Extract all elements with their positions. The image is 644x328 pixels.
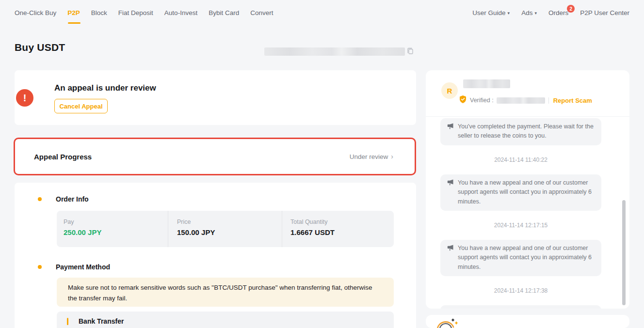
price-value: 150.00 JPY xyxy=(177,228,282,236)
price-label: Price xyxy=(177,219,282,225)
appeal-banner-card: An appeal is under review Cancel Appeal xyxy=(15,70,416,125)
verified-row: Verified : Report Scam xyxy=(459,95,592,106)
payment-method-section-title: Payment Method xyxy=(56,263,110,271)
page-title: Buy USDT xyxy=(15,42,65,53)
payment-warning-panel: Make sure not to remark sensitive words … xyxy=(57,278,394,307)
order-info-total-quantity: Total Quantity 1.6667 USDT xyxy=(282,211,394,247)
chat-scrollbar[interactable] xyxy=(622,200,626,305)
bank-transfer-label: Bank Transfer xyxy=(79,317,124,325)
verified-shield-icon xyxy=(459,95,467,106)
system-message-bubble: You've completed the payment. Please wai… xyxy=(440,118,601,145)
system-message-bubble: You have a new appeal and one of our cus… xyxy=(440,174,601,211)
order-details-card: Order Info Pay 250.00 JPY Price 150.00 J… xyxy=(15,183,416,328)
system-message-bubble: You have a new appeal and one of our cus… xyxy=(440,240,601,276)
nav-item-one-click-buy[interactable]: One-Click Buy xyxy=(15,9,56,16)
user-guide-label: User Guide xyxy=(472,9,505,16)
pay-label: Pay xyxy=(64,219,168,225)
order-info-pay: Pay 250.00 JPY xyxy=(57,211,168,247)
nav-item-p2p[interactable]: P2P xyxy=(67,9,80,16)
caret-down-icon: ▾ xyxy=(534,11,537,16)
alert-exclamation-icon: ! xyxy=(16,89,33,107)
nav-item-fiat-deposit[interactable]: Fiat Deposit xyxy=(118,9,153,16)
chevron-right-icon: › xyxy=(391,153,393,160)
support-card xyxy=(426,315,629,328)
nav-item-p2p-user-center[interactable]: P2P User Center xyxy=(580,9,629,16)
nav-item-auto-invest[interactable]: Auto-Invest xyxy=(164,9,197,16)
orders-count-badge: 2 xyxy=(567,5,575,13)
system-message-bubble: Failed negotiation, customer support inv… xyxy=(440,305,601,309)
nav-item-block[interactable]: Block xyxy=(91,9,107,16)
nav-item-ads[interactable]: Ads▾ xyxy=(521,9,537,16)
appeal-progress-row[interactable]: Appeal Progress Under review› xyxy=(14,138,416,175)
megaphone-icon xyxy=(447,244,454,272)
orders-label: Orders xyxy=(548,9,568,16)
order-info-panel: Pay 250.00 JPY Price 150.00 JPY Total Qu… xyxy=(57,211,394,247)
megaphone-icon xyxy=(447,122,454,141)
message-text: You've completed the payment. Please wai… xyxy=(458,122,596,141)
nav-item-convert[interactable]: Convert xyxy=(250,9,273,16)
megaphone-icon xyxy=(447,178,454,206)
counterparty-avatar[interactable]: R xyxy=(441,82,458,99)
chat-message-list[interactable]: You've completed the payment. Please wai… xyxy=(426,116,629,309)
report-scam-link[interactable]: Report Scam xyxy=(553,97,592,104)
accent-bar xyxy=(67,318,68,325)
appeal-banner-title: An appeal is under review xyxy=(54,83,156,93)
appeal-progress-label: Appeal Progress xyxy=(34,153,92,161)
divider xyxy=(548,97,549,104)
order-info-section-title: Order Info xyxy=(56,195,89,203)
verified-label: Verified : xyxy=(470,97,494,104)
message-text: You have a new appeal and one of our cus… xyxy=(458,244,596,272)
total-quantity-value: 1.6667 USDT xyxy=(290,228,394,236)
nav-right-group: User Guide▾ Ads▾ Orders 2 P2P User Cente… xyxy=(472,9,629,16)
bank-transfer-panel[interactable]: Bank Transfer xyxy=(57,312,394,328)
appeal-progress-status[interactable]: Under review› xyxy=(350,153,393,160)
top-navigation: One-Click Buy P2P Block Fiat Deposit Aut… xyxy=(0,0,644,27)
chat-timestamp: 2024-11-14 12:17:15 xyxy=(440,222,601,229)
chat-timestamp: 2024-11-14 11:40:22 xyxy=(440,156,601,163)
nav-left-group: One-Click Buy P2P Block Fiat Deposit Aut… xyxy=(15,9,273,16)
nav-item-user-guide[interactable]: User Guide▾ xyxy=(472,9,510,16)
pay-value: 250.00 JPY xyxy=(64,228,168,236)
order-number-redacted xyxy=(264,47,405,56)
cancel-appeal-button[interactable]: Cancel Appeal xyxy=(54,99,108,113)
status-text: Under review xyxy=(350,153,388,160)
message-text: You have a new appeal and one of our cus… xyxy=(458,178,596,206)
ads-label: Ads xyxy=(521,9,532,16)
nav-item-bybit-card[interactable]: Bybit Card xyxy=(209,9,239,16)
nav-item-orders[interactable]: Orders 2 xyxy=(548,9,568,16)
section-bullet-icon xyxy=(38,197,42,201)
order-info-price: Price 150.00 JPY xyxy=(168,211,282,247)
total-quantity-label: Total Quantity xyxy=(290,219,394,225)
customer-support-icon xyxy=(435,317,460,328)
chat-timestamp: 2024-11-14 12:17:38 xyxy=(440,287,601,294)
copy-icon[interactable] xyxy=(406,47,414,57)
verified-info-redacted xyxy=(497,97,545,104)
chat-panel: R Verified : Report Scam You've complete… xyxy=(426,70,629,309)
caret-down-icon: ▾ xyxy=(508,11,510,16)
counterparty-name-redacted xyxy=(463,79,510,88)
section-bullet-icon xyxy=(38,265,42,269)
